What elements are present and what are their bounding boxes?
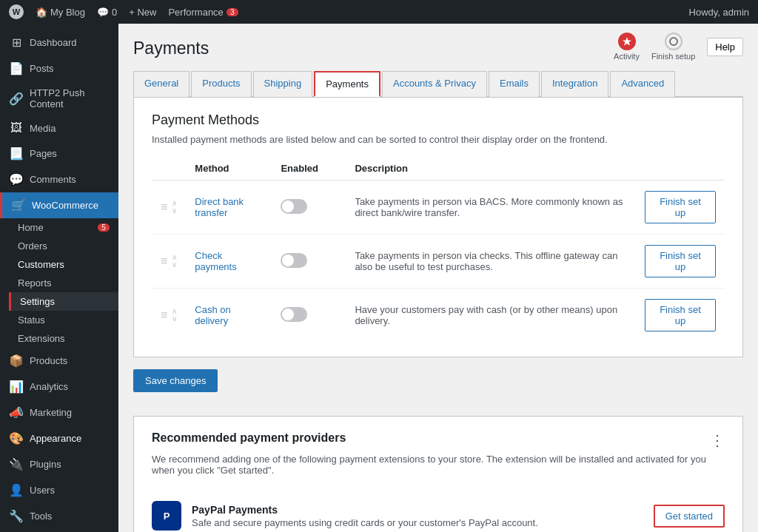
recommended-header: Recommended payment providers ⋮ xyxy=(152,431,725,449)
sidebar-item-posts[interactable]: 📄 Posts xyxy=(0,55,118,81)
sidebar-label-extensions: Extensions xyxy=(18,333,65,344)
method-desc-1: Take payments in person via BACS. More c… xyxy=(355,196,623,218)
sidebar-label-appearance: Appearance xyxy=(30,433,81,444)
performance-item[interactable]: Performance 3 xyxy=(168,7,238,18)
recommended-providers-box: Recommended payment providers ⋮ We recom… xyxy=(133,416,743,532)
admin-bar: W 🏠 My Blog 💬 0 + New Performance 3 Howd… xyxy=(0,0,758,24)
users-icon: 👤 xyxy=(9,483,24,497)
sidebar-item-http2[interactable]: 🔗 HTTP2 Push Content xyxy=(0,81,118,115)
sidebar-label-media: Media xyxy=(30,123,56,134)
payment-methods-table: Method Enabled Description ≡ ∧ xyxy=(152,157,725,342)
paypal-logo: P xyxy=(152,501,181,531)
sidebar-item-status[interactable]: Status xyxy=(9,311,118,329)
drag-handle-2[interactable]: ≡ xyxy=(161,255,167,268)
sidebar-item-analytics[interactable]: 📊 Analytics xyxy=(0,374,118,400)
sidebar-label-posts: Posts xyxy=(30,63,54,74)
sort-down-3[interactable]: ∨ xyxy=(172,315,177,323)
sidebar-item-media[interactable]: 🖼 Media xyxy=(0,115,118,141)
sidebar-item-dashboard[interactable]: ⊞ Dashboard xyxy=(0,30,118,55)
finish-btn-3[interactable]: Finish set up xyxy=(645,299,716,331)
wp-logo-item[interactable]: W xyxy=(9,4,24,19)
sidebar-label-marketing: Marketing xyxy=(30,407,72,418)
drag-cell-2: ≡ ∧ ∨ xyxy=(152,235,186,289)
tab-advanced[interactable]: Advanced xyxy=(610,71,675,97)
new-item[interactable]: + New xyxy=(129,7,156,18)
sidebar-label-home: Home xyxy=(18,222,44,233)
method-controls-2: ≡ ∧ ∨ xyxy=(161,254,177,269)
toggle-cell-3 xyxy=(272,289,346,343)
tab-accounts-privacy[interactable]: Accounts & Privacy xyxy=(382,71,487,97)
finish-btn-2[interactable]: Finish set up xyxy=(645,245,716,277)
tab-emails[interactable]: Emails xyxy=(489,71,540,97)
marketing-icon: 📣 xyxy=(9,405,24,420)
sidebar-item-settings-main[interactable]: ⚙ Settings xyxy=(0,529,118,532)
plugins-icon: 🔌 xyxy=(9,457,24,471)
sidebar-item-woocommerce[interactable]: 🛒 WooCommerce xyxy=(0,192,118,218)
toggle-2[interactable] xyxy=(281,253,307,268)
sidebar-item-tools[interactable]: 🔧 Tools xyxy=(0,503,118,529)
tab-integration[interactable]: Integration xyxy=(541,71,608,97)
paypal-get-started-button[interactable]: Get started xyxy=(654,505,725,528)
method-link-1[interactable]: Direct bank transfer xyxy=(195,196,244,218)
posts-icon: 📄 xyxy=(9,61,24,75)
sidebar-item-settings[interactable]: Settings xyxy=(9,292,118,311)
pages-icon: 📃 xyxy=(9,147,24,161)
provider-row-paypal: P PayPal Payments Safe and secure paymen… xyxy=(152,491,725,532)
method-controls-1: ≡ ∧ ∨ xyxy=(161,200,177,215)
media-icon: 🖼 xyxy=(9,121,24,135)
finish-setup-button[interactable]: Finish setup xyxy=(651,33,695,61)
tab-products[interactable]: Products xyxy=(191,71,251,97)
comments-item[interactable]: 💬 0 xyxy=(97,7,117,18)
sort-down-2[interactable]: ∨ xyxy=(172,261,177,269)
sidebar-label-status: Status xyxy=(18,314,45,326)
sidebar-item-pages[interactable]: 📃 Pages xyxy=(0,141,118,166)
sidebar-item-users[interactable]: 👤 Users xyxy=(0,477,118,503)
sidebar-item-comments[interactable]: 💬 Comments xyxy=(0,166,118,192)
performance-badge: 3 xyxy=(227,8,238,16)
sidebar-item-reports[interactable]: Reports xyxy=(9,274,118,292)
method-link-2[interactable]: Check payments xyxy=(195,250,236,272)
save-changes-button[interactable]: Save changes xyxy=(133,369,218,392)
desc-cell-3: Have your customers pay with cash (or by… xyxy=(346,289,636,343)
toggle-1[interactable] xyxy=(281,199,307,214)
desc-cell-2: Take payments in person via checks. This… xyxy=(346,235,636,289)
finish-btn-1[interactable]: Finish set up xyxy=(645,191,716,223)
method-link-3[interactable]: Cash on delivery xyxy=(195,304,230,326)
http2-icon: 🔗 xyxy=(9,92,24,106)
sidebar-label-comments: Comments xyxy=(30,174,76,185)
tab-payments[interactable]: Payments xyxy=(314,71,380,97)
sort-down-1[interactable]: ∨ xyxy=(172,207,177,215)
main-content: Activity Finish setup Help Payments Gene… xyxy=(118,24,758,532)
activity-button[interactable]: Activity xyxy=(614,33,640,61)
toggle-3[interactable] xyxy=(281,307,307,322)
sidebar-item-products[interactable]: 📦 Products xyxy=(0,348,118,374)
wp-logo-icon: W xyxy=(9,4,24,19)
sidebar-item-marketing[interactable]: 📣 Marketing xyxy=(0,400,118,425)
woocommerce-submenu: Home 5 Orders Customers Reports Settings… xyxy=(0,218,118,348)
paypal-desc: Safe and secure payments using credit ca… xyxy=(192,517,654,528)
method-controls-3: ≡ ∧ ∨ xyxy=(161,308,177,323)
dashboard-icon: ⊞ xyxy=(9,36,24,50)
sidebar-item-home[interactable]: Home 5 xyxy=(9,218,118,237)
comments-icon: 💬 xyxy=(97,7,109,18)
recommended-header-text: Recommended payment providers xyxy=(152,431,346,445)
sidebar-item-orders[interactable]: Orders xyxy=(9,237,118,255)
my-blog-item[interactable]: 🏠 My Blog xyxy=(36,7,85,18)
sidebar-item-extensions[interactable]: Extensions xyxy=(9,329,118,348)
tab-shipping[interactable]: Shipping xyxy=(253,71,313,97)
sidebar-item-customers[interactable]: Customers xyxy=(9,255,118,274)
method-desc-2: Take payments in person via checks. This… xyxy=(355,250,617,272)
sidebar-label-users: Users xyxy=(30,485,55,496)
drag-cell-3: ≡ ∧ ∨ xyxy=(152,289,186,343)
tab-general[interactable]: General xyxy=(133,71,190,97)
drag-handle-1[interactable]: ≡ xyxy=(161,201,167,214)
more-options-icon[interactable]: ⋮ xyxy=(710,431,725,449)
sidebar-item-appearance[interactable]: 🎨 Appearance xyxy=(0,425,118,451)
sidebar-item-plugins[interactable]: 🔌 Plugins xyxy=(0,451,118,477)
recommended-desc: We recommend adding one of the following… xyxy=(152,454,725,476)
col-drag xyxy=(152,157,186,181)
help-button[interactable]: Help xyxy=(707,38,743,56)
col-action xyxy=(636,157,725,181)
sidebar-label-customers: Customers xyxy=(18,259,64,270)
drag-handle-3[interactable]: ≡ xyxy=(161,309,167,322)
